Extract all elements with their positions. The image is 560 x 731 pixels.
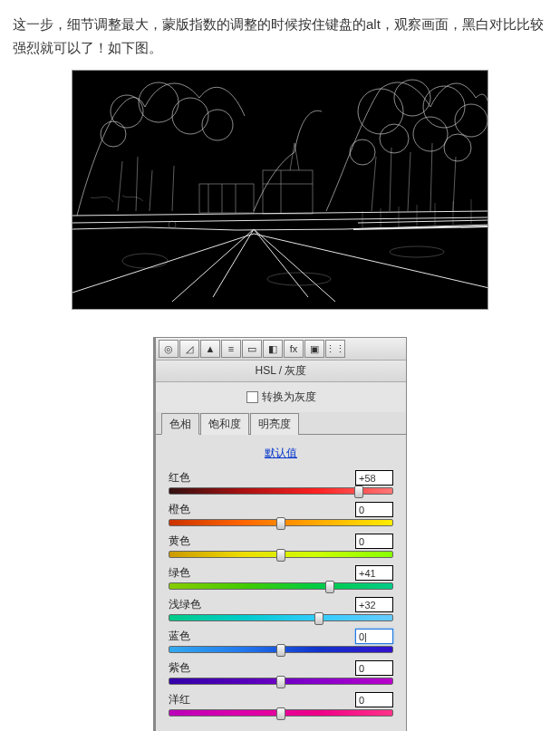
slider-value-input[interactable]: 0| xyxy=(355,629,393,644)
slider-label: 绿色 xyxy=(169,565,190,581)
slider-value-input[interactable]: +58 xyxy=(355,470,393,486)
edge-preview-image xyxy=(72,70,488,310)
slider-row-4: 浅绿色+32 xyxy=(169,597,393,621)
slider-value-input[interactable]: 0 xyxy=(355,502,393,517)
slider-thumb[interactable] xyxy=(354,486,363,498)
hsl-panel: ◎ ◿ ▲ ≡ ▭ ◧ fx ▣ ⋮⋮ HSL / 灰度 转换为灰度 色相 饱和… xyxy=(153,337,407,731)
tab-saturation[interactable]: 饱和度 xyxy=(200,413,249,435)
slider-row-3: 绿色+41 xyxy=(169,565,393,590)
slider-track[interactable] xyxy=(169,582,393,590)
slider-label: 紫色 xyxy=(169,660,190,676)
slider-thumb[interactable] xyxy=(276,517,285,530)
slider-thumb[interactable] xyxy=(276,707,285,720)
panel-toolbar: ◎ ◿ ▲ ≡ ▭ ◧ fx ▣ ⋮⋮ xyxy=(156,338,406,361)
slider-row-1: 橙色0 xyxy=(169,502,393,526)
tabs: 色相 饱和度 明亮度 xyxy=(156,412,406,435)
slider-row-0: 红色+58 xyxy=(169,470,393,495)
slider-track[interactable] xyxy=(169,709,393,717)
slider-label: 红色 xyxy=(169,470,190,486)
slider-row-6: 紫色0 xyxy=(169,660,393,685)
slider-value-input[interactable]: 0 xyxy=(355,660,393,676)
slider-value-input[interactable]: +32 xyxy=(355,597,393,612)
slider-value-input[interactable]: +41 xyxy=(355,565,393,581)
tool-icon-2[interactable]: ▲ xyxy=(200,340,220,358)
tool-icon-6[interactable]: fx xyxy=(284,340,304,358)
slider-thumb[interactable] xyxy=(276,676,285,688)
slider-track[interactable] xyxy=(169,646,393,653)
tool-icon-1[interactable]: ◿ xyxy=(179,340,199,358)
tab-luminance[interactable]: 明亮度 xyxy=(250,413,299,435)
grayscale-row: 转换为灰度 xyxy=(156,382,406,412)
slider-label: 橙色 xyxy=(169,502,190,517)
slider-label: 洋红 xyxy=(169,692,190,707)
panel-title: HSL / 灰度 xyxy=(156,361,406,382)
slider-track[interactable] xyxy=(169,551,393,558)
slider-thumb[interactable] xyxy=(314,612,323,625)
tool-icon-3[interactable]: ≡ xyxy=(221,340,241,358)
slider-thumb[interactable] xyxy=(276,644,285,657)
slider-value-input[interactable]: 0 xyxy=(355,692,393,707)
slider-label: 蓝色 xyxy=(169,629,190,644)
slider-thumb[interactable] xyxy=(276,549,285,562)
default-link-row: 默认值 xyxy=(169,442,393,470)
tool-icon-5[interactable]: ◧ xyxy=(263,340,283,358)
grayscale-label: 转换为灰度 xyxy=(262,390,316,405)
tool-icon-4[interactable]: ▭ xyxy=(242,340,262,358)
panel-body: 默认值 红色+58橙色0黄色0绿色+41浅绿色+32蓝色0|紫色0洋红0 xyxy=(156,435,406,731)
slider-row-2: 黄色0 xyxy=(169,534,393,558)
tab-hue[interactable]: 色相 xyxy=(161,413,199,435)
tool-icon-0[interactable]: ◎ xyxy=(159,340,179,358)
tool-icon-8[interactable]: ⋮⋮ xyxy=(325,340,345,358)
slider-label: 浅绿色 xyxy=(169,597,201,612)
default-link[interactable]: 默认值 xyxy=(265,447,297,459)
slider-track[interactable] xyxy=(169,487,393,495)
tool-icon-7[interactable]: ▣ xyxy=(304,340,324,358)
slider-label: 黄色 xyxy=(169,534,190,549)
slider-row-7: 洋红0 xyxy=(169,692,393,717)
slider-row-5: 蓝色0| xyxy=(169,629,393,653)
intro-text: 这一步，细节调整最大，蒙版指数的调整的时候按住键盘的alt，观察画面，黑白对比比… xyxy=(13,13,547,59)
slider-track[interactable] xyxy=(169,614,393,621)
slider-value-input[interactable]: 0 xyxy=(355,534,393,549)
grayscale-checkbox[interactable] xyxy=(246,391,258,403)
slider-track[interactable] xyxy=(169,678,393,685)
slider-track[interactable] xyxy=(169,519,393,526)
slider-thumb[interactable] xyxy=(325,581,334,593)
